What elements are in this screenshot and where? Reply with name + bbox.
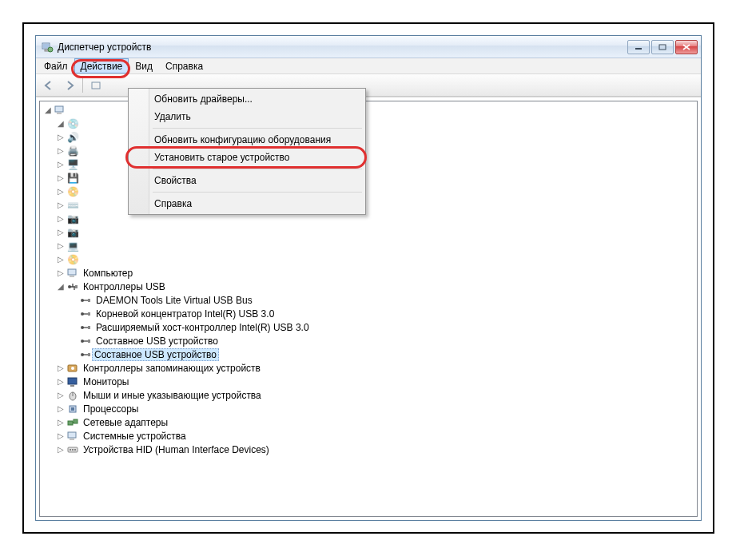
- tree-label: Корневой концентратор Intel(R) USB 3.0: [94, 308, 276, 320]
- collapse-icon[interactable]: ◢: [43, 105, 53, 114]
- tree-row-hid[interactable]: ▷ Устройства HID (Human Interface Device…: [40, 443, 697, 456]
- cpu-icon: [66, 403, 79, 415]
- expand-icon[interactable]: ▷: [56, 228, 66, 236]
- expand-icon[interactable]: ▷: [56, 201, 66, 209]
- tree-row-usb-controllers[interactable]: ◢ Контроллеры USB: [40, 280, 697, 293]
- svg-rect-6: [92, 82, 100, 89]
- tree-label: Мониторы: [82, 376, 130, 387]
- tree-row-mice[interactable]: ▷ Мыши и иные указывающие устройства: [40, 388, 697, 402]
- usb-device-icon: [79, 321, 92, 334]
- tree-row-processors[interactable]: ▷ Процессоры: [40, 402, 697, 415]
- toolbar-separator: [82, 78, 83, 93]
- tree-row-usb-roothub[interactable]: Корневой концентратор Intel(R) USB 3.0: [40, 307, 697, 320]
- svg-point-37: [72, 449, 74, 451]
- expand-icon[interactable]: ▷: [56, 214, 66, 223]
- tree-label: Контроллеры запоминающих устройств: [82, 363, 262, 374]
- svg-rect-12: [75, 285, 78, 288]
- tree-row-monitors[interactable]: ▷ Мониторы: [40, 375, 697, 388]
- hid-icon: [66, 443, 79, 456]
- usb-device-icon: [79, 308, 92, 320]
- tree-label: Мыши и иные указывающие устройства: [82, 390, 263, 401]
- tree-row[interactable]: ▷📀: [40, 252, 697, 266]
- svg-rect-5: [659, 45, 666, 50]
- svg-rect-7: [55, 106, 63, 112]
- tree-row-usb-xhci[interactable]: Расширяемый хост-контроллер Intel(R) USB…: [40, 320, 697, 334]
- tree-row-network[interactable]: ▷ Сетевые адаптеры: [40, 415, 697, 429]
- menu-help[interactable]: Справка: [130, 195, 364, 212]
- collapse-icon[interactable]: ◢: [56, 119, 66, 128]
- expand-icon[interactable]: ▷: [56, 431, 66, 440]
- menu-properties[interactable]: Свойства: [130, 172, 364, 189]
- expand-icon[interactable]: ▷: [56, 404, 66, 413]
- svg-point-24: [71, 367, 74, 370]
- menu-add-legacy[interactable]: Установить старое устройство: [130, 149, 364, 166]
- tree-row-system[interactable]: ▷ Системные устройства: [40, 429, 697, 443]
- svg-rect-30: [71, 407, 74, 411]
- back-button[interactable]: [39, 77, 58, 94]
- tree-row-storage[interactable]: ▷ Контроллеры запоминающих устройств: [40, 361, 697, 375]
- svg-point-36: [70, 449, 71, 451]
- svg-rect-14: [88, 299, 90, 302]
- svg-rect-9: [68, 269, 76, 275]
- device-manager-window: Диспетчер устройств Файл Действие Вид Сп…: [35, 35, 702, 521]
- system-icon: [66, 430, 79, 443]
- tree-row-usb-composite1[interactable]: Составное USB устройство: [40, 334, 697, 348]
- category-icon: 📷: [66, 226, 79, 239]
- storage-icon: [66, 362, 79, 375]
- menu-view[interactable]: Вид: [129, 58, 159, 73]
- svg-rect-16: [88, 312, 90, 316]
- toolbar-extra-button[interactable]: [86, 77, 105, 94]
- category-icon: 🖥️: [66, 158, 79, 171]
- collapse-icon[interactable]: ◢: [56, 282, 66, 291]
- category-icon: 💿: [66, 117, 79, 130]
- maximize-button[interactable]: [651, 40, 674, 54]
- expand-icon[interactable]: ▷: [56, 173, 66, 182]
- expand-icon[interactable]: ▷: [56, 377, 66, 386]
- menu-help[interactable]: Справка: [159, 58, 209, 73]
- monitor-icon: [66, 375, 79, 388]
- svg-rect-32: [74, 419, 78, 423]
- minimize-button[interactable]: [627, 40, 650, 54]
- menu-action[interactable]: Действие: [74, 58, 129, 73]
- close-button[interactable]: [675, 40, 698, 54]
- svg-rect-8: [57, 113, 62, 114]
- dropdown-separator: [153, 192, 362, 193]
- expand-icon[interactable]: ▷: [56, 418, 66, 427]
- svg-rect-18: [88, 326, 90, 329]
- usb-icon: [66, 280, 79, 293]
- forward-button[interactable]: [60, 77, 79, 94]
- tree-row-usb-composite2-selected[interactable]: Составное USB устройство: [40, 348, 697, 361]
- category-icon: ⌨️: [66, 199, 79, 212]
- tree-row[interactable]: ▷📷: [40, 225, 697, 239]
- titlebar[interactable]: Диспетчер устройств: [36, 36, 701, 58]
- expand-icon[interactable]: ▷: [56, 391, 66, 399]
- menu-rescan-hardware[interactable]: Обновить конфигурацию оборудования: [130, 131, 364, 149]
- svg-rect-4: [635, 48, 642, 50]
- svg-rect-10: [70, 276, 74, 277]
- tree-row[interactable]: ▷💻: [40, 239, 697, 252]
- network-icon: [66, 416, 79, 429]
- dropdown-separator: [153, 169, 362, 169]
- dropdown-separator: [153, 128, 362, 129]
- expand-icon[interactable]: ▷: [56, 445, 66, 454]
- expand-icon[interactable]: ▷: [56, 133, 66, 141]
- expand-icon[interactable]: ▷: [56, 187, 66, 196]
- svg-rect-31: [68, 421, 73, 425]
- menu-update-drivers[interactable]: Обновить драйверы...: [130, 90, 364, 108]
- tree-row-computer[interactable]: ▷ Компьютер: [40, 266, 697, 280]
- category-icon: 📷: [66, 212, 79, 225]
- menu-file[interactable]: Файл: [38, 58, 74, 73]
- expand-icon[interactable]: ▷: [56, 160, 66, 169]
- svg-rect-1: [43, 44, 49, 48]
- computer-root-icon: [54, 104, 66, 117]
- expand-icon[interactable]: ▷: [56, 255, 66, 264]
- expand-icon[interactable]: ▷: [56, 241, 66, 250]
- tree-row-usb-daemon[interactable]: DAEMON Tools Lite Virtual USB Bus: [40, 293, 697, 307]
- svg-rect-34: [70, 439, 74, 440]
- expand-icon[interactable]: ▷: [56, 146, 66, 155]
- tree-label: Контроллеры USB: [82, 281, 167, 292]
- menu-delete[interactable]: Удалить: [130, 108, 364, 125]
- tree-label: Сетевые адаптеры: [82, 417, 169, 428]
- expand-icon[interactable]: ▷: [56, 268, 66, 277]
- expand-icon[interactable]: ▷: [56, 363, 66, 372]
